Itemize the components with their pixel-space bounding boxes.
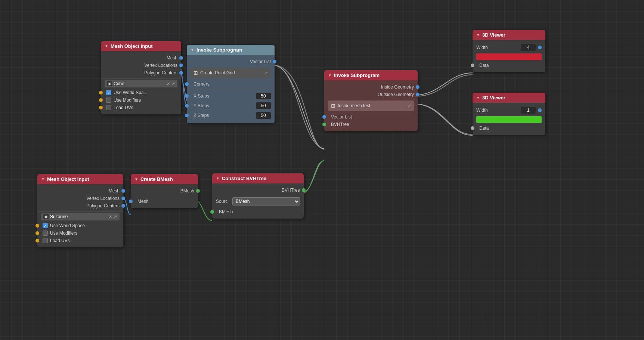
object-icon-bottom: ▣: [43, 214, 49, 219]
create-bmesh-body: BMesh Mesh: [131, 184, 198, 208]
mesh-object-input-top: ▼ Mesh Object Input Mesh Vertex Location…: [101, 41, 181, 114]
dropdown-source-label: Sourc: [216, 199, 231, 204]
socket-dot-polygon-top: [179, 71, 183, 75]
mesh-object-input-bottom-title: Mesh Object Input: [47, 176, 89, 182]
checkbox-uvs-top[interactable]: Load UVs: [101, 104, 181, 111]
collapse-triangle-7[interactable]: ▼: [134, 177, 138, 181]
socket-dot-viewer-bottom-data: [471, 126, 474, 130]
uvs-label-top: Load UVs: [114, 105, 133, 110]
subprogram-label-grid: Create Point Grid: [200, 70, 235, 75]
viewer-top-body: Width 4 Data: [473, 40, 545, 72]
viewer-bottom: ▼ 3D Viewer Width 1 Data: [473, 93, 545, 135]
collapse-triangle-8[interactable]: ▼: [216, 176, 220, 180]
checkbox-worldspace-input[interactable]: [106, 90, 111, 95]
viewer-bottom-width-label: Width: [476, 108, 518, 113]
checkbox-modifiers-bottom[interactable]: Use Modifiers: [37, 229, 123, 237]
checkbox-worldspace-bottom-input[interactable]: [43, 223, 48, 228]
subprogram-icon-mesh: ⊞: [331, 103, 335, 109]
step-z-value[interactable]: 50: [256, 112, 271, 119]
socket-inside-geom: Inside Geometry: [324, 83, 418, 91]
worldspace-label-bottom: Use World Space: [50, 223, 85, 228]
socket-dot-polygon-bottom: [121, 204, 125, 208]
object-selector-bottom[interactable]: ▣ Suzanne ✕ ↗: [41, 213, 120, 220]
checkbox-modifiers-bottom-input[interactable]: [43, 231, 48, 236]
collapse-triangle-2[interactable]: ▼: [191, 48, 194, 52]
socket-dot-bvhtree-in: [322, 123, 326, 126]
socket-dot-bmesh-out: [196, 189, 200, 193]
socket-corners-in: Corners: [187, 80, 275, 88]
create-bmesh: ▼ Create BMesh BMesh Mesh: [131, 174, 198, 208]
construct-bvhtree-body: BVHTree Sourc BMesh Mesh BMesh: [212, 183, 304, 219]
socket-bvhtree-in: BVHTree: [324, 121, 418, 128]
socket-dot-mesh-bmesh-in: [129, 200, 133, 203]
subprogram-link[interactable]: ↗: [264, 70, 268, 75]
viewer-top: ▼ 3D Viewer Width 4 Data: [473, 30, 545, 72]
subprogram-box-grid[interactable]: ⊞ Create Point Grid ↗: [191, 68, 271, 78]
divider2: [187, 89, 275, 90]
viewer-top-width-label: Width: [476, 45, 518, 50]
socket-dot-x: [185, 94, 189, 98]
viewer-top-width-row: Width 4: [473, 43, 545, 52]
subprogram-box-mesh[interactable]: ⊞ Inside mesh test ↗: [328, 101, 414, 111]
modifiers-label-bottom: Use Modifiers: [50, 231, 77, 236]
checkbox-worldspace-bottom[interactable]: Use World Space: [37, 222, 123, 229]
viewer-top-title: 3D Viewer: [482, 32, 505, 38]
socket-polygon-bottom: Polygon Centers: [37, 202, 123, 210]
viewer-bottom-width-row: Width 1: [473, 106, 545, 115]
socket-viewer-bottom-data: Data: [473, 124, 545, 132]
subprogram-link-mesh[interactable]: ↗: [407, 103, 411, 108]
collapse-triangle[interactable]: ▼: [105, 44, 108, 48]
socket-dot-worldspace-top: [99, 91, 103, 95]
checkbox-modifiers-input[interactable]: [106, 98, 111, 103]
construct-bvhtree-header: ▼ Construct BVHTree: [212, 173, 304, 183]
create-bmesh-title: Create BMesh: [140, 176, 173, 182]
object-selector-top[interactable]: ▣ Cube ✕ ↗: [105, 80, 177, 87]
object-name-bottom: Suzanne: [50, 214, 107, 219]
mesh-object-input-top-title: Mesh Object Input: [111, 43, 153, 49]
socket-polygon-top: Polygon Centers: [101, 69, 181, 77]
checkbox-modifiers-top[interactable]: Use Modifiers: [101, 96, 181, 104]
socket-dot-corners-in: [185, 82, 189, 86]
checkbox-uvs-bottom-input[interactable]: [43, 238, 48, 243]
divider3: [37, 211, 123, 211]
divider: [101, 78, 181, 78]
socket-dot-z: [185, 114, 189, 117]
invoke-subprogram-top-body: Vector List ⊞ Create Point Grid ↗ Corner…: [187, 55, 275, 123]
object-clear-top[interactable]: ✕: [167, 81, 170, 86]
checkbox-uvs-bottom[interactable]: Load UVs: [37, 237, 123, 244]
socket-bmesh-in: BMesh: [212, 208, 304, 216]
socket-dot-vertex-top: [179, 64, 183, 67]
invoke-subprogram-right-title: Invoke Subprogram: [334, 72, 380, 78]
socket-dot-uvs-bottom: [35, 239, 39, 242]
construct-bvhtree-title: Construct BVHTree: [222, 176, 266, 181]
invoke-subprogram-right-body: Inside Geometry Outside Geometry ⊞ Insid…: [324, 80, 418, 131]
collapse-triangle-6[interactable]: ▼: [41, 177, 45, 181]
object-link-top[interactable]: ↗: [171, 81, 175, 86]
mesh-object-input-top-body: Mesh Vertex Locations Polygon Centers ▣ …: [101, 51, 181, 114]
socket-mesh-bottom: Mesh: [37, 187, 123, 195]
dropdown-source-select[interactable]: BMesh Mesh: [232, 197, 300, 205]
socket-dot-uvs-top: [99, 106, 103, 109]
checkbox-uvs-input[interactable]: [106, 105, 111, 110]
step-x-value[interactable]: 50: [256, 93, 271, 99]
step-y-value[interactable]: 50: [256, 102, 271, 109]
dropdown-source-row: Sourc BMesh Mesh: [212, 196, 304, 207]
socket-dot-vectorlist-in: [322, 115, 326, 119]
collapse-triangle-4[interactable]: ▼: [476, 33, 480, 37]
create-bmesh-header: ▼ Create BMesh: [131, 174, 198, 184]
connections-canvas: [0, 0, 644, 340]
checkbox-worldspace-top[interactable]: Use World Spa...: [101, 89, 181, 96]
viewer-top-header: ▼ 3D Viewer: [473, 30, 545, 40]
object-clear-bottom[interactable]: ✕: [109, 214, 112, 219]
socket-dot-inside-geom: [416, 85, 419, 89]
collapse-triangle-3[interactable]: ▼: [328, 73, 332, 77]
object-link-bottom[interactable]: ↗: [114, 214, 117, 219]
viewer-top-width-value[interactable]: 4: [521, 44, 536, 51]
mesh-object-input-bottom-body: Mesh Vertex Locations Polygon Centers ▣ …: [37, 184, 123, 247]
socket-dot-mesh-top: [179, 56, 183, 60]
socket-dot-vectorlist-out: [273, 60, 276, 64]
invoke-subprogram-right-header: ▼ Invoke Subprogram: [324, 70, 418, 80]
socket-vectorlist-in: Vector List: [324, 113, 418, 121]
viewer-bottom-width-value[interactable]: 1: [521, 107, 536, 114]
collapse-triangle-5[interactable]: ▼: [476, 96, 480, 100]
